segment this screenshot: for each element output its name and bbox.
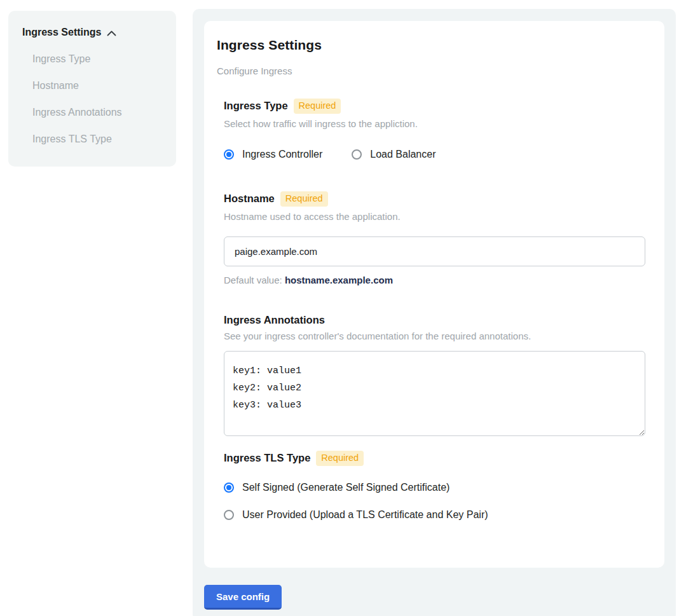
field-hostname: Hostname Required Hostname used to acces…: [224, 191, 645, 285]
radio-label: Ingress Controller: [242, 149, 322, 160]
radio-option-load-balancer[interactable]: Load Balancer: [352, 149, 436, 160]
field-ingress-annotations: Ingress Annotations See your ingress con…: [224, 314, 645, 436]
sidebar-group-label: Ingress Settings: [22, 27, 101, 38]
tls-type-radio-group: Self Signed (Generate Self Signed Certif…: [224, 482, 645, 521]
required-badge: Required: [280, 191, 328, 207]
field-help-ingress-type: Select how traffic will ingress to the a…: [224, 118, 645, 129]
radio-option-ingress-controller[interactable]: Ingress Controller: [224, 149, 322, 160]
default-value-text: hostname.example.com: [285, 275, 393, 285]
field-ingress-tls-type: Ingress TLS Type Required Self Signed (G…: [224, 451, 645, 521]
radio-label: User Provided (Upload a TLS Certificate …: [242, 509, 488, 521]
field-label-ingress-type: Ingress Type: [224, 100, 288, 112]
radio-option-user-provided[interactable]: User Provided (Upload a TLS Certificate …: [224, 509, 645, 521]
sidebar-group-ingress-settings[interactable]: Ingress Settings: [22, 27, 165, 38]
field-label-ingress-annotations: Ingress Annotations: [224, 314, 325, 326]
radio-selected-icon[interactable]: [224, 483, 234, 493]
page-title: Ingress Settings: [217, 38, 645, 53]
ingress-type-radio-group: Ingress Controller Load Balancer: [224, 149, 645, 160]
sidebar-item-ingress-tls-type[interactable]: Ingress TLS Type: [22, 133, 165, 145]
required-badge: Required: [294, 99, 341, 114]
field-help-hostname: Hostname used to access the application.: [224, 211, 645, 222]
field-label-row: Ingress Type Required: [224, 99, 645, 114]
sidebar-item-ingress-type[interactable]: Ingress Type: [22, 53, 165, 65]
radio-option-self-signed[interactable]: Self Signed (Generate Self Signed Certif…: [224, 482, 645, 493]
config-panel: Ingress Settings Configure Ingress Ingre…: [193, 9, 676, 616]
field-label-row: Ingress Annotations: [224, 314, 645, 326]
field-help-ingress-annotations: See your ingress controller's documentat…: [224, 331, 645, 341]
hostname-input[interactable]: [224, 236, 645, 266]
ingress-settings-card: Ingress Settings Configure Ingress Ingre…: [204, 21, 664, 568]
default-value-prefix: Default value:: [224, 275, 282, 285]
radio-label: Load Balancer: [370, 149, 436, 160]
required-badge: Required: [316, 451, 364, 466]
settings-sidebar: Ingress Settings Ingress Type Hostname I…: [8, 11, 176, 167]
radio-unselected-icon[interactable]: [352, 149, 362, 160]
sidebar-item-ingress-annotations[interactable]: Ingress Annotations: [22, 107, 165, 118]
save-config-button[interactable]: Save config: [204, 585, 282, 610]
radio-unselected-icon[interactable]: [224, 510, 234, 520]
page-subtitle: Configure Ingress: [217, 65, 645, 76]
field-label-ingress-tls-type: Ingress TLS Type: [224, 452, 310, 464]
sidebar-item-hostname[interactable]: Hostname: [22, 80, 165, 92]
form-fields: Ingress Type Required Select how traffic…: [224, 99, 645, 521]
ingress-annotations-textarea[interactable]: key1: value1 key2: value2 key3: value3: [224, 351, 645, 436]
hostname-default-value: Default value: hostname.example.com: [224, 275, 645, 285]
radio-label: Self Signed (Generate Self Signed Certif…: [242, 482, 449, 493]
field-label-hostname: Hostname: [224, 193, 275, 205]
sidebar-nav-list: Ingress Type Hostname Ingress Annotation…: [22, 53, 165, 145]
field-label-row: Hostname Required: [224, 191, 645, 207]
field-ingress-type: Ingress Type Required Select how traffic…: [224, 99, 645, 160]
chevron-up-icon: [107, 31, 116, 36]
field-label-row: Ingress TLS Type Required: [224, 451, 645, 466]
radio-selected-icon[interactable]: [224, 149, 234, 160]
